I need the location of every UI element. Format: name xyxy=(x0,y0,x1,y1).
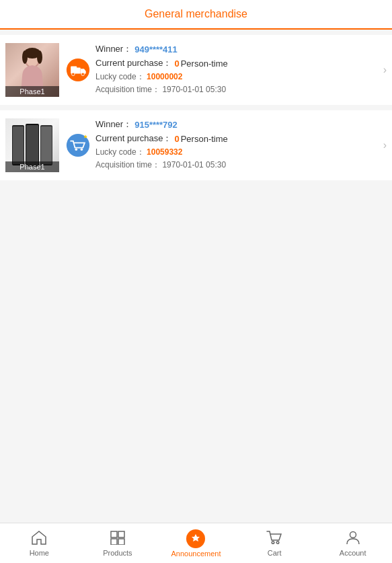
nav-label-cart: Cart xyxy=(268,549,282,557)
purchase-count-2: 0 xyxy=(174,134,179,144)
winner-row-1: Winner： 949****411 xyxy=(95,43,381,55)
svg-rect-15 xyxy=(41,126,52,164)
winner-row-2: Winner： 915****792 xyxy=(95,118,381,130)
item-card-2[interactable]: Phase1 Winner： 915****792 xyxy=(0,110,392,180)
svg-rect-20 xyxy=(111,531,117,537)
svg-marker-24 xyxy=(192,534,200,541)
svg-point-26 xyxy=(276,541,279,543)
acquisition-row-2: Acquisition time： 1970-01-01 05:30 xyxy=(95,159,381,171)
nav-item-products[interactable]: Products xyxy=(79,523,157,563)
header: General merchandise xyxy=(0,0,392,30)
page-title: General merchandise xyxy=(145,8,247,20)
purchase-label-1: Current purchase： xyxy=(95,57,171,69)
bottom-nav: Home Products xyxy=(0,523,392,563)
acquisition-time-1: 1970-01-01 05:30 xyxy=(162,85,226,94)
cart-icon xyxy=(266,530,282,548)
acquisition-row-1: Acquisition time： 1970-01-01 05:30 xyxy=(95,84,381,96)
item-card-1[interactable]: Phase1 Winner： 949****411 xyxy=(0,35,392,105)
acquisition-time-2: 1970-01-01 05:30 xyxy=(162,160,226,170)
winner-label-1: Winner： xyxy=(95,43,132,55)
svg-point-8 xyxy=(81,73,85,76)
product-image-wrapper-2: Phase1 xyxy=(5,118,59,172)
purchase-unit-1: Person-time xyxy=(181,59,228,69)
nav-item-account[interactable]: Account xyxy=(313,523,392,563)
phase-label-2: Phase1 xyxy=(5,161,59,172)
nav-item-cart[interactable]: Cart xyxy=(235,523,314,563)
page-wrapper: General merchandise xyxy=(0,0,392,563)
svg-point-27 xyxy=(350,531,356,537)
acquisition-label-1: Acquisition time： xyxy=(95,85,160,94)
product-image-wrapper-1: Phase1 xyxy=(5,43,59,97)
lucky-row-2: Lucky code： 10059332 xyxy=(95,147,381,158)
svg-point-18 xyxy=(81,149,83,151)
svg-rect-23 xyxy=(118,539,124,545)
winner-icon-1 xyxy=(66,58,90,82)
svg-rect-13 xyxy=(26,125,38,165)
nav-label-home: Home xyxy=(30,549,49,557)
item-info-2: Winner： 915****792 Current purchase： 0 P… xyxy=(95,118,381,172)
content-area: Phase1 Winner： 949****411 xyxy=(0,30,392,523)
winner-icon-2 xyxy=(66,133,90,157)
winner-label-2: Winner： xyxy=(95,118,132,130)
announcement-icon xyxy=(186,529,205,548)
lucky-code-1: 10000002 xyxy=(147,72,182,81)
svg-point-7 xyxy=(72,73,75,76)
purchase-label-2: Current purchase： xyxy=(95,133,171,145)
phase-label-1: Phase1 xyxy=(5,86,59,97)
svg-point-25 xyxy=(272,541,274,543)
products-icon xyxy=(110,530,126,548)
purchase-unit-2: Person-time xyxy=(181,134,228,144)
svg-rect-9 xyxy=(71,67,77,69)
nav-label-account: Account xyxy=(340,549,366,557)
lucky-code-2: 10059332 xyxy=(147,147,182,157)
winner-value-2: 915****792 xyxy=(134,120,178,130)
purchase-row-2: Current purchase： 0 Person-time xyxy=(95,133,381,145)
chevron-icon-2: › xyxy=(383,139,387,151)
acquisition-label-2: Acquisition time： xyxy=(95,160,160,170)
svg-rect-11 xyxy=(13,126,24,164)
lucky-label-1: Lucky code： xyxy=(95,72,145,81)
nav-item-announcement[interactable]: Announcement xyxy=(157,523,235,563)
chevron-icon-1: › xyxy=(383,64,387,76)
winner-value-1: 949****411 xyxy=(134,44,178,54)
lucky-label-2: Lucky code： xyxy=(95,147,145,157)
item-info-1: Winner： 949****411 Current purchase： 0 P… xyxy=(95,43,381,97)
lucky-row-1: Lucky code： 10000002 xyxy=(95,71,381,83)
purchase-row-1: Current purchase： 0 Person-time xyxy=(95,57,381,69)
purchase-count-1: 0 xyxy=(174,59,179,69)
svg-point-4 xyxy=(37,50,42,64)
nav-label-announcement: Announcement xyxy=(171,550,221,558)
announcement-circle xyxy=(186,529,205,548)
svg-rect-21 xyxy=(118,531,124,537)
svg-rect-22 xyxy=(111,539,117,545)
svg-point-3 xyxy=(22,50,28,64)
nav-item-home[interactable]: Home xyxy=(0,523,79,563)
home-icon xyxy=(31,530,47,548)
nav-label-products: Products xyxy=(103,549,132,557)
svg-point-17 xyxy=(75,149,78,151)
account-icon xyxy=(345,530,361,548)
